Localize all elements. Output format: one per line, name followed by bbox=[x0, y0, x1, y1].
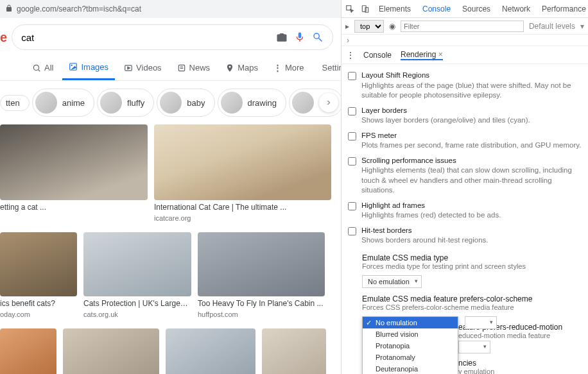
checkbox-option[interactable]: Scrolling performance issuesHighlights e… bbox=[345, 153, 585, 198]
search-input[interactable] bbox=[21, 32, 270, 43]
menu-item[interactable]: No emulation bbox=[363, 317, 458, 328]
address-bar[interactable]: google.com/search?tbm=isch&q=cat bbox=[0, 0, 341, 18]
chip[interactable]: drawing bbox=[218, 89, 287, 117]
svg-point-0 bbox=[33, 65, 39, 70]
rendering-panel: Layout Shift RegionsHighlights areas of … bbox=[342, 64, 588, 374]
result-source: huffpost.com bbox=[198, 310, 325, 318]
chip[interactable]: baby bbox=[157, 89, 214, 117]
drawer-tab-rendering[interactable]: Rendering × bbox=[401, 50, 443, 60]
result-thumb[interactable] bbox=[63, 328, 159, 374]
url-text: google.com/search?tbm=isch&q=cat bbox=[17, 4, 141, 13]
devtools-tab-console[interactable]: Console bbox=[420, 2, 453, 16]
result-card[interactable]: ics benefit cats? oday.com bbox=[0, 232, 77, 318]
checkbox-option[interactable]: Highlight ad framesHighlights frames (re… bbox=[345, 198, 585, 223]
chip-thumb bbox=[160, 92, 182, 114]
checkbox[interactable] bbox=[348, 132, 356, 140]
tab-more[interactable]: ⋮More bbox=[267, 55, 311, 80]
checkbox-option[interactable]: Layer bordersShows layer borders (orange… bbox=[345, 103, 585, 128]
chip-bar: tten anime fluffy baby drawing wall bbox=[0, 81, 341, 124]
svg-marker-5 bbox=[128, 67, 130, 69]
menu-item[interactable]: Protanopia bbox=[363, 340, 458, 352]
mic-icon[interactable] bbox=[294, 31, 306, 43]
menu-item[interactable]: Deuteranopia bbox=[363, 363, 458, 374]
result-card[interactable]: Too Heavy To Fly In Plane's Cabin ... hu… bbox=[198, 232, 325, 318]
drawer-menu-icon[interactable]: ⋮ bbox=[347, 51, 354, 60]
drawer-tabs: ⋮ Console Rendering × bbox=[342, 46, 588, 64]
console-subbar: ▸ top ◉ Default levels▾ bbox=[342, 18, 588, 35]
chip-thumb bbox=[35, 92, 57, 114]
checkbox[interactable] bbox=[348, 107, 356, 115]
result-thumb[interactable] bbox=[154, 124, 331, 200]
checkbox[interactable] bbox=[348, 157, 356, 166]
result-title: Too Heavy To Fly In Plane's Cabin ... bbox=[198, 299, 325, 308]
result-title: ics benefit cats? bbox=[0, 299, 77, 308]
chip-next-button[interactable] bbox=[319, 93, 338, 112]
section-color-scheme: Emulate CSS media feature prefers-color-… bbox=[345, 289, 585, 312]
drawer-tab-console[interactable]: Console bbox=[363, 51, 392, 60]
tab-videos[interactable]: Videos bbox=[117, 55, 168, 80]
camera-icon[interactable] bbox=[276, 31, 288, 43]
result-source: oday.com bbox=[0, 310, 77, 318]
result-thumb[interactable] bbox=[166, 328, 255, 374]
chip[interactable]: tten bbox=[0, 95, 30, 111]
devtools-tab-sources[interactable]: Sources bbox=[460, 2, 493, 16]
secondary-select[interactable] bbox=[465, 316, 497, 329]
media-type-select[interactable]: No emulation bbox=[362, 275, 422, 288]
result-card[interactable]: Cats Protection | UK's Largest Felin... … bbox=[83, 232, 191, 318]
chip-thumb bbox=[100, 92, 122, 114]
menu-item[interactable]: Protanomaly bbox=[363, 352, 458, 363]
tab-maps[interactable]: Maps bbox=[219, 55, 264, 80]
tab-news[interactable]: News bbox=[171, 55, 217, 80]
console-sidebar-icon[interactable]: ▸ bbox=[345, 22, 349, 31]
chip[interactable]: fluffy bbox=[97, 89, 154, 117]
result-thumb[interactable] bbox=[0, 328, 56, 374]
result-title: Cats Protection | UK's Largest Felin... bbox=[83, 299, 191, 308]
checkbox-option[interactable]: FPS meterPlots frames per second, frame … bbox=[345, 128, 585, 153]
checkbox[interactable] bbox=[348, 227, 356, 235]
chip[interactable]: anime bbox=[32, 89, 94, 117]
reduced-motion-select[interactable] bbox=[458, 341, 490, 353]
chip-thumb bbox=[292, 92, 314, 114]
checkbox-option[interactable]: Hit-test bordersShows borders around hit… bbox=[345, 223, 585, 248]
console-prompt[interactable]: › bbox=[342, 35, 588, 46]
search-tabs: All Images Videos News Maps ⋮More Settin… bbox=[0, 55, 341, 81]
result-card[interactable]: International Cat Care | The ultimate ..… bbox=[154, 124, 331, 222]
result-title: etting a cat ... bbox=[0, 203, 148, 212]
result-thumb[interactable] bbox=[83, 232, 191, 296]
chip-thumb bbox=[221, 92, 243, 114]
context-select[interactable]: top bbox=[354, 20, 384, 33]
result-title: International Cat Care | The ultimate ..… bbox=[154, 203, 302, 212]
settings-link[interactable]: Settings bbox=[316, 55, 341, 80]
devtools-toolbar: Elements Console Sources Network Perform… bbox=[342, 0, 588, 18]
result-thumb[interactable] bbox=[262, 328, 326, 374]
search-icon[interactable] bbox=[312, 31, 324, 43]
checkbox[interactable] bbox=[348, 202, 356, 210]
levels-dropdown[interactable]: Default levels bbox=[529, 22, 575, 31]
filter-input[interactable] bbox=[401, 21, 524, 32]
devtools-tab-elements[interactable]: Elements bbox=[376, 2, 413, 16]
tab-all[interactable]: All bbox=[26, 55, 60, 80]
svg-point-3 bbox=[71, 65, 73, 66]
result-thumb[interactable] bbox=[198, 232, 325, 296]
inspect-icon[interactable] bbox=[345, 4, 354, 13]
checkbox[interactable] bbox=[348, 72, 356, 80]
result-source: cats.org.uk bbox=[83, 310, 191, 318]
checkbox-option[interactable]: Layout Shift RegionsHighlights areas of … bbox=[345, 68, 585, 103]
lock-icon bbox=[5, 4, 13, 14]
result-thumb[interactable] bbox=[0, 232, 77, 296]
search-box[interactable] bbox=[12, 24, 333, 50]
live-expr-icon[interactable]: ◉ bbox=[389, 22, 395, 31]
devtools-tab-network[interactable]: Network bbox=[499, 2, 533, 16]
result-thumb[interactable] bbox=[0, 124, 148, 200]
result-source: icatcare.org bbox=[154, 214, 331, 222]
result-card[interactable]: etting a cat ... bbox=[0, 124, 148, 222]
close-icon[interactable]: × bbox=[438, 50, 443, 59]
device-icon[interactable] bbox=[361, 4, 370, 13]
menu-item[interactable]: Blurred vision bbox=[363, 328, 458, 340]
vision-deficiency-menu[interactable]: No emulation Blurred vision Protanopia P… bbox=[362, 316, 458, 374]
google-logo[interactable]: e bbox=[0, 30, 6, 45]
devtools-tab-performance[interactable]: Performance bbox=[539, 2, 588, 16]
tab-images[interactable]: Images bbox=[62, 55, 115, 80]
image-results: etting a cat ... International Cat Care … bbox=[0, 124, 341, 374]
devtools-panel: Elements Console Sources Network Perform… bbox=[341, 0, 588, 374]
